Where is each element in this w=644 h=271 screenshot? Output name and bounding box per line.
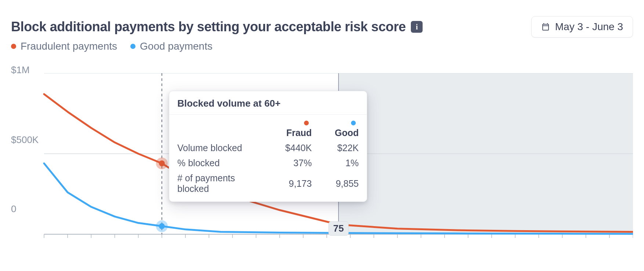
info-icon[interactable]: i (411, 21, 423, 33)
risk-slider-thumb[interactable]: 75 (329, 221, 349, 236)
tooltip-row-label: % blocked (169, 156, 271, 171)
tooltip-col-good: Good (320, 115, 367, 140)
legend-label-fraud: Fraudulent payments (21, 40, 117, 52)
risk-chart[interactable]: $1M $500K 0 Blocked volume at 60+ Fraud … (11, 64, 633, 245)
legend-dot-good (130, 44, 135, 49)
legend-item-good: Good payments (130, 40, 213, 52)
hover-tooltip: Blocked volume at 60+ Fraud Good Volume … (169, 91, 367, 202)
legend-dot-fraud (11, 44, 16, 49)
svg-point-36 (159, 223, 165, 229)
calendar-icon (541, 22, 550, 31)
legend: Fraudulent payments Good payments (11, 40, 213, 52)
tooltip-row-good: 9,855 (320, 171, 367, 196)
svg-point-34 (159, 160, 165, 166)
legend-label-good: Good payments (140, 40, 213, 52)
tooltip-title: Blocked volume at 60+ (169, 98, 367, 115)
tooltip-row-good: 1% (320, 156, 367, 171)
tooltip-row-fraud: 9,173 (271, 171, 320, 196)
tooltip-row: % blocked37%1% (169, 156, 367, 171)
tooltip-row-label: # of payments blocked (169, 171, 271, 196)
page-title: Block additional payments by setting you… (11, 19, 406, 35)
tooltip-col-fraud: Fraud (271, 115, 320, 140)
tooltip-row: # of payments blocked9,1739,855 (169, 171, 367, 196)
tooltip-row-good: $22K (320, 140, 367, 156)
tooltip-row-fraud: 37% (271, 156, 320, 171)
date-range-label: May 3 - June 3 (555, 21, 623, 33)
tooltip-row-fraud: $440K (271, 140, 320, 156)
date-range-button[interactable]: May 3 - June 3 (531, 16, 633, 38)
legend-item-fraud: Fraudulent payments (11, 40, 117, 52)
tooltip-row: Volume blocked$440K$22K (169, 140, 367, 156)
tooltip-row-label: Volume blocked (169, 140, 271, 156)
